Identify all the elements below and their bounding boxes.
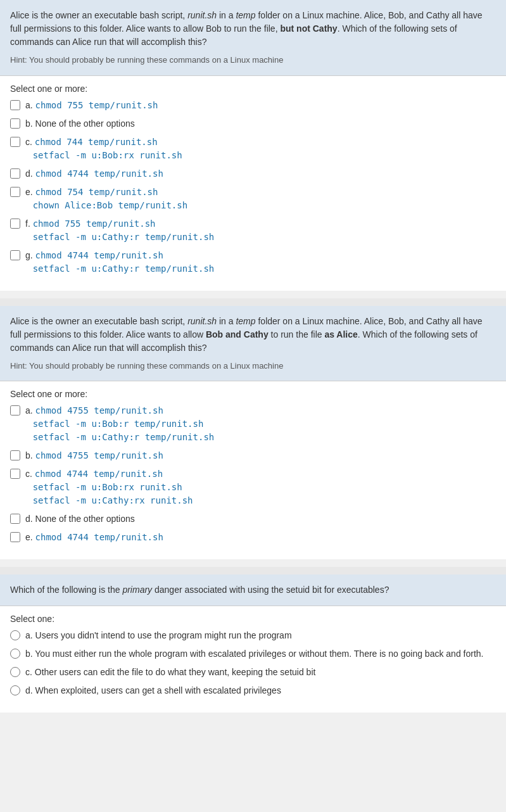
option-q1a: a. chmod 755 temp/runit.sh: [10, 99, 496, 112]
option-q3b: b. You must either run the whole program…: [10, 647, 496, 661]
question-2: Alice is the owner an executable bash sc…: [0, 306, 506, 560]
option-q1c-code2: setfacl -m u:Bob:rx runit.sh: [33, 150, 182, 160]
checkbox-q1g[interactable]: [10, 250, 20, 260]
option-q1f-code1: chmod 755 temp/runit.sh: [33, 219, 156, 229]
question-1: Alice is the owner an executable bash sc…: [0, 0, 506, 291]
option-q1d: d. chmod 4744 temp/runit.sh: [10, 167, 496, 181]
checkbox-q1d[interactable]: [10, 168, 20, 179]
option-q2b: b. chmod 4755 temp/runit.sh: [10, 449, 496, 462]
option-q1c-code1: chmod 744 temp/runit.sh: [35, 137, 158, 147]
option-q1c: c. chmod 744 temp/runit.sh setfacl -m u:…: [10, 136, 496, 162]
option-q2b-label[interactable]: b. chmod 4755 temp/runit.sh: [25, 449, 163, 462]
option-q1f: f. chmod 755 temp/runit.sh setfacl -m u:…: [10, 217, 496, 244]
option-q2c-code3: setfacl -m u:Cathy:rx runit.sh: [33, 495, 193, 505]
option-q1e-code2: chown Alice:Bob temp/runit.sh: [33, 200, 187, 210]
option-q1f-label[interactable]: f. chmod 755 temp/runit.sh setfacl -m u:…: [25, 217, 214, 244]
question-1-text: Alice is the owner an executable bash sc…: [10, 9, 496, 49]
option-q2c-code2: setfacl -m u:Bob:rx runit.sh: [33, 482, 182, 492]
question-3-header: Which of the following is the primary da…: [0, 574, 506, 606]
option-q1d-code: chmod 4744 temp/runit.sh: [35, 168, 163, 179]
radio-q3d[interactable]: [10, 685, 20, 695]
question-2-hint: Hint: You should probably be running the…: [10, 360, 496, 372]
option-q3c: c. Other users can edit the file to do w…: [10, 666, 496, 679]
option-q2c: c. chmod 4744 temp/runit.sh setfacl -m u…: [10, 467, 496, 507]
option-q2e-code: chmod 4744 temp/runit.sh: [35, 532, 163, 542]
radio-q3c[interactable]: [10, 667, 20, 677]
checkbox-q2d[interactable]: [10, 514, 20, 524]
option-q1b: b. None of the other options: [10, 117, 496, 130]
option-q3c-label[interactable]: c. Other users can edit the file to do w…: [25, 666, 315, 679]
option-q3a: a. Users you didn't intend to use the pr…: [10, 629, 496, 642]
question-3-text: Which of the following is the primary da…: [10, 583, 496, 597]
question-1-select-label: Select one or more:: [0, 76, 506, 96]
option-q2d: d. None of the other options: [10, 512, 496, 526]
option-q1f-code2: setfacl -m u:Cathy:r temp/runit.sh: [33, 232, 215, 242]
option-q1d-label[interactable]: d. chmod 4744 temp/runit.sh: [25, 167, 163, 181]
option-q2b-code: chmod 4755 temp/runit.sh: [35, 450, 163, 460]
option-q3b-label[interactable]: b. You must either run the whole program…: [25, 647, 483, 661]
option-q3d-label[interactable]: d. When exploited, users can get a shell…: [25, 684, 281, 697]
question-2-select-label: Select one or more:: [0, 381, 506, 402]
checkbox-q2e[interactable]: [10, 532, 20, 542]
option-q2a-code3: setfacl -m u:Cathy:r temp/runit.sh: [33, 432, 215, 442]
checkbox-q1c[interactable]: [10, 137, 20, 147]
checkbox-q1e[interactable]: [10, 187, 20, 197]
option-q2c-label[interactable]: c. chmod 4744 temp/runit.sh setfacl -m u…: [25, 467, 193, 507]
option-q1e-code1: chmod 754 temp/runit.sh: [35, 187, 158, 197]
option-q2a-code1: chmod 4755 temp/runit.sh: [35, 405, 163, 416]
option-q2a-label[interactable]: a. chmod 4755 temp/runit.sh setfacl -m u…: [25, 404, 214, 444]
option-q2e: e. chmod 4744 temp/runit.sh: [10, 531, 496, 544]
question-3: Which of the following is the primary da…: [0, 574, 506, 713]
option-q3d: d. When exploited, users can get a shell…: [10, 684, 496, 697]
question-2-text: Alice is the owner an executable bash sc…: [10, 315, 496, 355]
option-q1b-label[interactable]: b. None of the other options: [25, 117, 135, 130]
question-3-options: a. Users you didn't intend to use the pr…: [0, 626, 506, 713]
checkbox-q2a[interactable]: [10, 405, 20, 416]
option-q1g-label[interactable]: g. chmod 4744 temp/runit.sh setfacl -m u…: [25, 249, 214, 276]
option-q1a-label[interactable]: a. chmod 755 temp/runit.sh: [25, 99, 158, 112]
option-q3a-label[interactable]: a. Users you didn't intend to use the pr…: [25, 629, 292, 642]
option-q2d-label[interactable]: d. None of the other options: [25, 512, 135, 526]
checkbox-q2c[interactable]: [10, 469, 20, 479]
radio-q3a[interactable]: [10, 630, 20, 640]
checkbox-q1b[interactable]: [10, 118, 20, 129]
option-q2e-label[interactable]: e. chmod 4744 temp/runit.sh: [25, 531, 163, 544]
question-2-options: a. chmod 4755 temp/runit.sh setfacl -m u…: [0, 402, 506, 559]
separator-1: [0, 298, 506, 306]
question-1-header: Alice is the owner an executable bash sc…: [0, 0, 506, 76]
option-q1g-code2: setfacl -m u:Cathy:r temp/runit.sh: [33, 263, 215, 274]
option-q2a-code2: setfacl -m u:Bob:r temp/runit.sh: [33, 419, 204, 429]
option-q1g: g. chmod 4744 temp/runit.sh setfacl -m u…: [10, 249, 496, 276]
option-q1a-code: chmod 755 temp/runit.sh: [35, 100, 158, 110]
checkbox-q1a[interactable]: [10, 100, 20, 110]
option-q2c-code1: chmod 4744 temp/runit.sh: [35, 469, 163, 479]
separator-2: [0, 567, 506, 574]
question-1-options: a. chmod 755 temp/runit.sh b. None of th…: [0, 96, 506, 291]
question-2-header: Alice is the owner an executable bash sc…: [0, 306, 506, 382]
checkbox-q2b[interactable]: [10, 450, 20, 460]
option-q1c-label[interactable]: c. chmod 744 temp/runit.sh setfacl -m u:…: [25, 136, 182, 162]
option-q1e-label[interactable]: e. chmod 754 temp/runit.sh chown Alice:B…: [25, 186, 187, 212]
question-3-select-label: Select one:: [0, 606, 506, 626]
option-q1e: e. chmod 754 temp/runit.sh chown Alice:B…: [10, 186, 496, 212]
option-q2a: a. chmod 4755 temp/runit.sh setfacl -m u…: [10, 404, 496, 444]
radio-q3b[interactable]: [10, 649, 20, 659]
checkbox-q1f[interactable]: [10, 219, 20, 229]
option-q1g-code1: chmod 4744 temp/runit.sh: [35, 250, 163, 260]
question-1-hint: Hint: You should probably be running the…: [10, 54, 496, 67]
